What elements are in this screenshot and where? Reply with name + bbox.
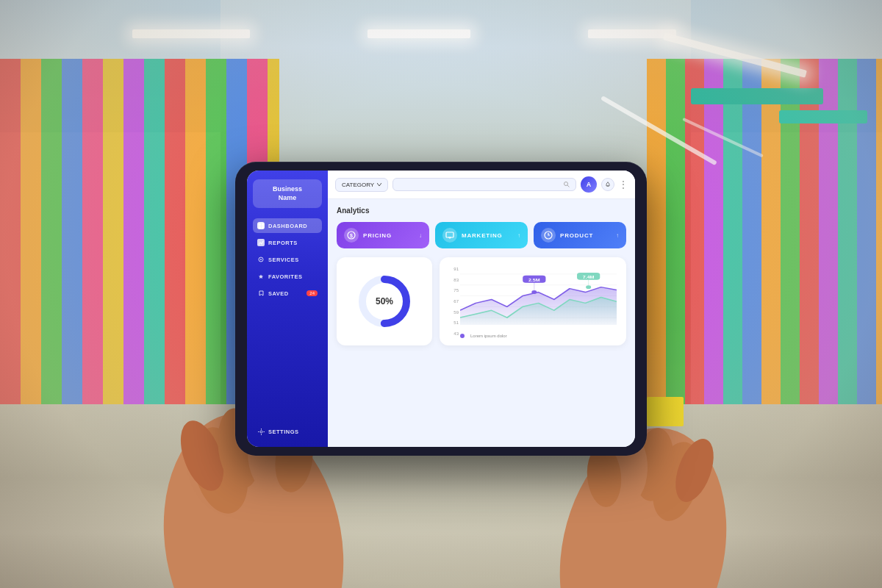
dashboard-icon (259, 223, 264, 229)
pricing-icon: $ (344, 228, 359, 243)
marketing-card[interactable]: MARKETING ↑ (435, 222, 528, 248)
sidebar-item-reports[interactable]: REPORTS (253, 235, 322, 250)
pricing-label: PRICING (363, 232, 415, 239)
main-content: CATEGORY A (328, 171, 635, 447)
saved-label: SAVED (268, 290, 289, 297)
sidebar-item-saved[interactable]: SAVED 24 (253, 286, 322, 301)
product-label: PRODUCT (560, 232, 612, 239)
pricing-info: PRICING (363, 232, 415, 239)
y-axis-labels: 91 83 75 67 59 51 43 (445, 267, 459, 336)
clock-icon (544, 231, 553, 240)
brand-line2: Name (257, 194, 318, 203)
svg-point-40 (531, 290, 537, 294)
saved-icon (259, 290, 264, 296)
svg-point-22 (608, 182, 609, 183)
category-label: CATEGORY (342, 182, 374, 188)
bell-icon (605, 182, 611, 187)
category-dropdown[interactable]: CATEGORY (335, 178, 388, 192)
svg-line-20 (567, 185, 570, 187)
reports-icon (259, 240, 264, 245)
sidebar: Business Name DASHBOARD (247, 171, 328, 447)
svg-point-18 (260, 431, 262, 433)
y-label-5: 75 (445, 288, 459, 293)
donut-chart-card: 50% (337, 257, 432, 345)
saved-badge: 24 (306, 290, 318, 296)
y-label-4: 67 (445, 299, 459, 304)
sidebar-item-favorites[interactable]: FAVORITES (253, 269, 322, 284)
services-icon (258, 257, 264, 262)
favorites-icon (258, 273, 264, 279)
svg-rect-12 (259, 223, 261, 226)
marketing-label: MARKETING (462, 232, 513, 239)
monitor-icon (445, 231, 454, 240)
marketing-icon (442, 228, 457, 243)
sidebar-bottom: SETTINGS (253, 425, 322, 438)
price-tag-icon: $ (347, 231, 356, 240)
analytics-title: Analytics (337, 207, 626, 215)
line-chart-card: 91 83 75 67 59 51 43 (440, 257, 626, 345)
svg-rect-13 (262, 223, 264, 226)
favorites-label: FAVORITES (268, 273, 302, 280)
marketing-arrow: ↑ (517, 232, 520, 239)
donut-chart: 50% (355, 272, 414, 331)
tablet: Business Name DASHBOARD (235, 162, 647, 456)
y-label-1: 43 (445, 331, 459, 336)
sidebar-item-settings[interactable]: SETTINGS (253, 425, 322, 438)
svg-text:2.5M: 2.5M (528, 278, 540, 282)
svg-point-19 (564, 182, 568, 186)
dashboard-label: DASHBOARD (268, 223, 307, 229)
line-chart-svg: 2.5M 7.4M (460, 267, 617, 325)
stat-cards: $ PRICING ↓ (337, 222, 626, 248)
svg-rect-15 (262, 226, 264, 229)
chart-legend: Lorem ipsum dolor (460, 334, 617, 338)
product-arrow: ↑ (616, 232, 619, 239)
settings-label: SETTINGS (268, 429, 299, 435)
brand-line1: Business (257, 185, 318, 194)
charts-row: 50% 91 83 75 67 (337, 257, 626, 345)
tablet-screen: Business Name DASHBOARD (247, 171, 635, 447)
svg-point-17 (260, 259, 262, 260)
sidebar-item-dashboard[interactable]: DASHBOARD (253, 218, 322, 233)
services-label: SERVICES (268, 257, 299, 263)
chart-svg-container: 2.5M 7.4M (460, 267, 617, 325)
tablet-body: Business Name DASHBOARD (235, 162, 647, 456)
y-label-7: 91 (445, 267, 459, 271)
y-label-6: 83 (445, 278, 459, 282)
topbar: CATEGORY A (328, 171, 635, 199)
pricing-arrow: ↓ (419, 232, 422, 239)
line-chart-area: 91 83 75 67 59 51 43 (445, 263, 620, 340)
chevron-down-icon (377, 183, 381, 186)
search-icon (564, 182, 570, 187)
product-info: PRODUCT (560, 232, 612, 239)
donut-label: 50% (355, 272, 414, 331)
brand-logo: Business Name (253, 179, 322, 208)
analytics-area: Analytics $ PRICING (328, 199, 635, 447)
topbar-icons: A ⋮ (581, 176, 628, 193)
product-icon (541, 228, 556, 243)
svg-text:$: $ (350, 233, 353, 239)
product-card[interactable]: PRODUCT ↑ (534, 222, 626, 248)
y-label-2: 51 (445, 320, 459, 325)
reports-label: REPORTS (268, 240, 298, 246)
marketing-info: MARKETING (462, 232, 513, 239)
settings-icon (258, 429, 265, 435)
sidebar-item-services[interactable]: SERVICES (253, 252, 322, 267)
legend-dot-1 (460, 334, 465, 338)
notification-bell[interactable] (601, 178, 614, 191)
y-label-3: 59 (445, 310, 459, 315)
svg-rect-25 (446, 232, 453, 237)
search-bar[interactable] (392, 178, 576, 191)
svg-point-41 (586, 285, 591, 289)
svg-rect-14 (259, 226, 261, 229)
more-menu[interactable]: ⋮ (619, 179, 628, 190)
legend-text-1: Lorem ipsum dolor (470, 334, 507, 338)
user-avatar[interactable]: A (581, 176, 597, 193)
svg-text:7.4M: 7.4M (583, 275, 595, 279)
pricing-card[interactable]: $ PRICING ↓ (337, 222, 429, 248)
